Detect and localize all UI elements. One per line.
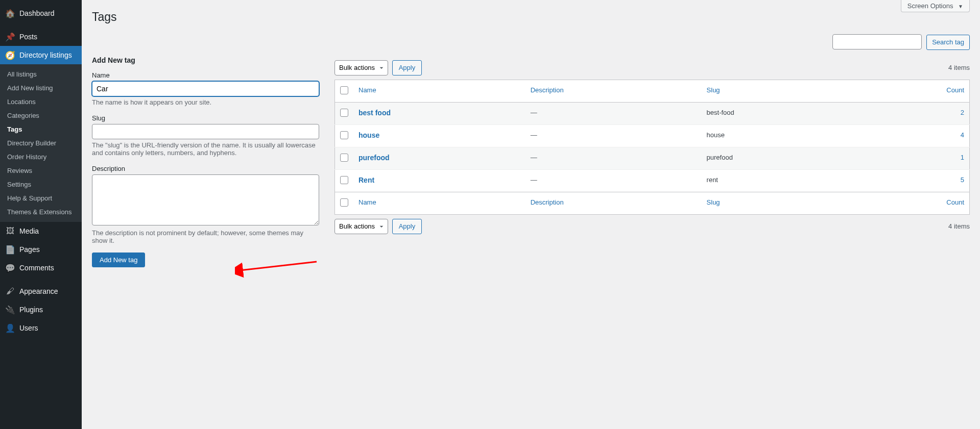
- sidebar-item-comments[interactable]: 💬 Comments: [0, 259, 82, 277]
- screen-options-label: Screen Options: [907, 2, 953, 10]
- sidebar-item-label: Users: [19, 324, 38, 332]
- sidebar-item-users[interactable]: 👤 Users: [0, 319, 82, 337]
- select-all-checkbox-bottom[interactable]: [340, 198, 348, 207]
- submenu-themes-extensions[interactable]: Themes & Extensions: [0, 205, 82, 219]
- tag-count[interactable]: 1: [855, 147, 970, 169]
- tag-name-link[interactable]: purefood: [358, 154, 390, 162]
- sidebar-item-label: Dashboard: [19, 9, 55, 17]
- submenu-settings[interactable]: Settings: [0, 178, 82, 191]
- search-input[interactable]: [832, 34, 922, 49]
- bulk-actions-select-bottom[interactable]: Bulk actions: [334, 219, 388, 234]
- bulk-actions-select-top[interactable]: Bulk actions: [334, 60, 388, 75]
- name-label: Name: [92, 71, 319, 79]
- select-all-checkbox-top[interactable]: [340, 86, 348, 94]
- sidebar-item-posts[interactable]: 📌 Posts: [0, 28, 82, 46]
- form-heading: Add New tag: [92, 56, 319, 64]
- description-label: Description: [92, 165, 319, 172]
- submenu-tags[interactable]: Tags: [0, 122, 82, 136]
- sidebar-item-appearance[interactable]: 🖌 Appearance: [0, 282, 82, 300]
- slug-label: Slug: [92, 114, 319, 122]
- submenu-order-history[interactable]: Order History: [0, 150, 82, 164]
- tag-slug: house: [702, 124, 855, 147]
- tag-count[interactable]: 5: [855, 169, 970, 192]
- col-description-header[interactable]: Description: [525, 80, 702, 102]
- row-checkbox[interactable]: [340, 154, 348, 162]
- tag-slug: best-food: [702, 102, 855, 124]
- col-count-header[interactable]: Count: [855, 80, 970, 102]
- col-name-footer[interactable]: Name: [353, 192, 525, 214]
- search-tag-button[interactable]: Search tag: [926, 35, 970, 50]
- submenu-locations[interactable]: Locations: [0, 95, 82, 109]
- tag-description: —: [525, 169, 702, 192]
- row-checkbox[interactable]: [340, 176, 348, 184]
- tag-slug: purefood: [702, 147, 855, 169]
- table-row: purefood—purefood1: [335, 147, 970, 169]
- sidebar-item-pages[interactable]: 📄 Pages: [0, 240, 82, 259]
- col-name-header[interactable]: Name: [353, 80, 525, 102]
- media-icon: 🖼: [5, 226, 15, 236]
- col-description-footer[interactable]: Description: [525, 192, 702, 214]
- slug-help: The "slug" is the URL-friendly version o…: [92, 141, 319, 157]
- sidebar-item-label: Media: [19, 227, 39, 235]
- row-checkbox[interactable]: [340, 131, 348, 139]
- col-count-footer[interactable]: Count: [855, 192, 970, 214]
- main-content: Screen Options ▼ Tags Search tag Add New…: [82, 0, 980, 429]
- sidebar-item-label: Appearance: [19, 287, 58, 295]
- tag-description: —: [525, 102, 702, 124]
- slug-input[interactable]: [92, 124, 319, 139]
- description-textarea[interactable]: [92, 174, 319, 225]
- table-row: best food—best-food2: [335, 102, 970, 124]
- sidebar-item-dashboard[interactable]: 🏠 Dashboard: [0, 4, 82, 22]
- slug-field-group: Slug The "slug" is the URL-friendly vers…: [92, 114, 319, 157]
- name-input[interactable]: [92, 81, 319, 96]
- pin-icon: 📌: [5, 32, 15, 42]
- tablenav-top: Bulk actions Apply 4 items: [334, 60, 970, 75]
- tag-name-link[interactable]: best food: [358, 109, 391, 117]
- admin-sidebar: 🏠 Dashboard 📌 Posts 🧭 Directory listings…: [0, 0, 82, 429]
- tag-description: —: [525, 124, 702, 147]
- col-slug-header[interactable]: Slug: [702, 80, 855, 102]
- screen-options-toggle[interactable]: Screen Options ▼: [901, 0, 970, 12]
- sidebar-item-plugins[interactable]: 🔌 Plugins: [0, 300, 82, 319]
- sidebar-item-label: Plugins: [19, 306, 43, 314]
- tag-name-link[interactable]: Rent: [358, 176, 374, 184]
- sidebar-item-label: Pages: [19, 245, 40, 254]
- tag-count[interactable]: 2: [855, 102, 970, 124]
- description-help: The description is not prominent by defa…: [92, 229, 319, 244]
- tag-description: —: [525, 147, 702, 169]
- users-icon: 👤: [5, 323, 15, 333]
- row-checkbox[interactable]: [340, 109, 348, 117]
- comments-icon: 💬: [5, 263, 15, 273]
- submenu-directory-builder[interactable]: Directory Builder: [0, 136, 82, 150]
- items-count-bottom: 4 items: [948, 222, 970, 230]
- submenu-all-listings[interactable]: All listings: [0, 67, 82, 81]
- submenu-add-new-listing[interactable]: Add New listing: [0, 81, 82, 95]
- tags-table: Name Description Slug Count best food—be…: [334, 80, 970, 215]
- apply-button-bottom[interactable]: Apply: [392, 219, 422, 234]
- sidebar-item-label: Directory listings: [19, 51, 72, 59]
- sidebar-item-directory-listings[interactable]: 🧭 Directory listings: [0, 46, 82, 64]
- add-tag-form: Add New tag Name The name is how it appe…: [92, 56, 319, 267]
- tag-count[interactable]: 4: [855, 124, 970, 147]
- search-row: Search tag: [92, 34, 970, 50]
- submenu-help-support[interactable]: Help & Support: [0, 191, 82, 205]
- plugins-icon: 🔌: [5, 305, 15, 315]
- sidebar-item-label: Comments: [19, 264, 54, 272]
- select-all-footer: [335, 192, 354, 214]
- tag-slug: rent: [702, 169, 855, 192]
- page-title: Tags: [92, 10, 970, 24]
- tag-name-link[interactable]: house: [358, 131, 379, 139]
- table-row: house—house4: [335, 124, 970, 147]
- appearance-icon: 🖌: [5, 286, 15, 296]
- submenu-categories[interactable]: Categories: [0, 109, 82, 122]
- pages-icon: 📄: [5, 244, 15, 255]
- compass-icon: 🧭: [5, 50, 15, 60]
- table-row: Rent—rent5: [335, 169, 970, 192]
- col-slug-footer[interactable]: Slug: [702, 192, 855, 214]
- name-help: The name is how it appears on your site.: [92, 98, 319, 106]
- items-count-top: 4 items: [948, 64, 970, 71]
- apply-button-top[interactable]: Apply: [392, 60, 422, 75]
- sidebar-item-media[interactable]: 🖼 Media: [0, 222, 82, 240]
- submenu-reviews[interactable]: Reviews: [0, 164, 82, 178]
- add-new-tag-button[interactable]: Add New tag: [92, 253, 145, 267]
